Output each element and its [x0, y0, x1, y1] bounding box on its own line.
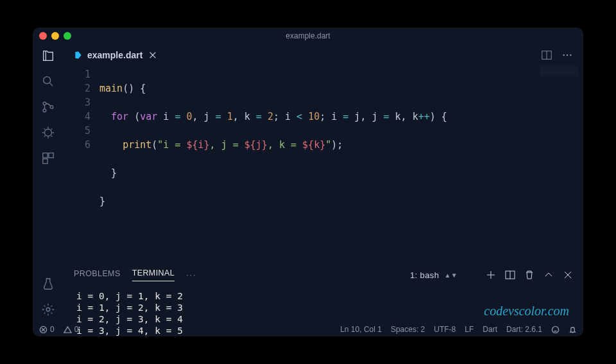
settings-gear-icon[interactable]	[40, 302, 56, 317]
svg-point-15	[552, 326, 558, 333]
panel-tabbar: PROBLEMS TERMINAL ··· 1: bash ▲▼	[64, 265, 583, 281]
svg-point-12	[570, 54, 572, 56]
status-errors[interactable]: 0	[39, 325, 55, 334]
terminal-tab[interactable]: TERMINAL	[132, 269, 175, 281]
testing-icon[interactable]	[40, 276, 56, 292]
svg-point-10	[563, 54, 565, 56]
chevron-down-icon: ▲▼	[444, 272, 458, 279]
watermark-text: codevscolor.com	[484, 304, 569, 318]
minimap[interactable]	[540, 66, 578, 76]
svg-point-0	[44, 77, 51, 84]
svg-rect-7	[43, 159, 47, 163]
status-warnings[interactable]: 0	[64, 325, 79, 334]
line-gutter: 1 2 3 4 5 6	[64, 67, 99, 265]
terminal-selector-label: 1: bash	[410, 270, 439, 280]
source-control-icon[interactable]	[40, 99, 56, 115]
window-controls	[39, 32, 71, 40]
svg-rect-5	[43, 153, 47, 158]
svg-point-11	[567, 54, 569, 56]
activity-bar	[33, 44, 64, 322]
maximize-panel-icon[interactable]	[543, 270, 554, 280]
svg-point-3	[50, 106, 53, 109]
more-actions-icon[interactable]	[561, 49, 573, 61]
code-editor[interactable]: 1 2 3 4 5 6 main() { for (var i = 0, j =…	[64, 66, 583, 265]
vscode-window: example.dart example.dart	[33, 28, 583, 336]
tab-filename: example.dart	[87, 50, 142, 60]
window-title: example.dart	[33, 31, 583, 40]
split-terminal-icon[interactable]	[505, 270, 515, 280]
status-indent[interactable]: Spaces: 2	[391, 325, 425, 334]
search-icon[interactable]	[40, 74, 56, 89]
svg-point-8	[46, 308, 50, 311]
editor-tab[interactable]: example.dart	[70, 47, 161, 63]
svg-point-1	[43, 102, 46, 105]
extensions-icon[interactable]	[40, 151, 56, 166]
debug-icon[interactable]	[40, 125, 56, 140]
svg-point-4	[45, 129, 52, 136]
status-cursor-pos[interactable]: Ln 10, Col 1	[340, 325, 382, 334]
kill-terminal-icon[interactable]	[524, 270, 535, 280]
maximize-window-button[interactable]	[64, 32, 71, 40]
status-encoding[interactable]: UTF-8	[434, 325, 456, 334]
code-content: main() { for (var i = 0, j = 1, k = 2; i…	[99, 67, 583, 265]
error-icon	[39, 326, 47, 334]
svg-point-2	[43, 109, 46, 112]
status-bar: 0 0 Ln 10, Col 1 Spaces: 2 UTF-8 LF Dart…	[33, 322, 583, 336]
problems-tab[interactable]: PROBLEMS	[74, 269, 121, 281]
main-area: example.dart 1 2 3 4 5 6 main	[64, 44, 583, 322]
titlebar: example.dart	[33, 28, 583, 44]
close-tab-icon[interactable]	[148, 51, 157, 60]
new-terminal-icon[interactable]	[486, 270, 496, 280]
editor-tabbar: example.dart	[64, 44, 583, 66]
terminal-line: i = 0, j = 1, k = 2	[76, 290, 570, 302]
close-panel-icon[interactable]	[563, 270, 573, 280]
status-eol[interactable]: LF	[465, 325, 474, 334]
close-window-button[interactable]	[39, 32, 47, 40]
dart-file-icon	[74, 51, 83, 60]
status-dart-sdk[interactable]: Dart: 2.6.1	[506, 325, 542, 334]
panel-more-icon[interactable]: ···	[186, 270, 196, 279]
warning-icon	[64, 326, 72, 334]
status-language[interactable]: Dart	[483, 325, 497, 334]
notifications-icon[interactable]	[569, 326, 577, 334]
explorer-icon[interactable]	[40, 48, 56, 63]
terminal-selector[interactable]: 1: bash ▲▼	[405, 269, 463, 281]
feedback-icon[interactable]	[551, 326, 560, 334]
minimize-window-button[interactable]	[51, 32, 59, 40]
split-editor-icon[interactable]	[541, 49, 552, 61]
svg-rect-6	[49, 153, 53, 158]
